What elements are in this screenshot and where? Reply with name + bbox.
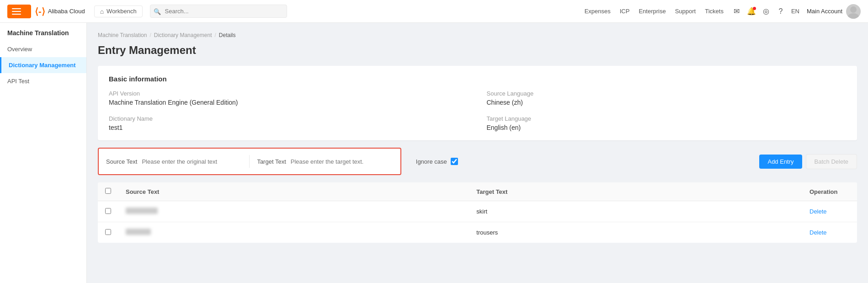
- entries-table-wrapper: Source Text Target Text Operation skirt: [98, 182, 857, 243]
- breadcrumb-dictionary-management[interactable]: Dictionary Management: [154, 32, 212, 38]
- source-lang-value: Chinese (zh): [487, 99, 847, 106]
- nav-enterprise[interactable]: Enterprise: [639, 8, 666, 15]
- mail-icon[interactable]: ✉: [733, 7, 741, 16]
- row-1-operation: Delete: [802, 222, 857, 243]
- row-0-delete-button[interactable]: Delete: [809, 208, 827, 215]
- search-icon: 🔍: [154, 8, 161, 15]
- col-checkbox: [98, 182, 118, 201]
- alibaba-logo-icon: ⟨-⟩: [35, 6, 45, 17]
- workbench-label: Workbench: [107, 8, 137, 15]
- target-lang-item: Target Language English (en): [487, 115, 847, 131]
- row-1-delete-button[interactable]: Delete: [809, 229, 827, 236]
- ignore-case-label: Ignore case: [416, 158, 447, 165]
- row-0-operation: Delete: [802, 201, 857, 222]
- nav-tickets[interactable]: Tickets: [705, 8, 724, 15]
- dict-name-value: test1: [109, 124, 469, 131]
- row-1-checkbox[interactable]: [105, 229, 111, 235]
- location-icon[interactable]: ◎: [762, 7, 770, 16]
- sidebar: Machine Translation Overview Dictionary …: [0, 23, 87, 283]
- row-1-source: [118, 222, 469, 243]
- sidebar-item-overview[interactable]: Overview: [0, 41, 86, 57]
- alibaba-logo-text: Alibaba Cloud: [48, 8, 85, 15]
- batch-delete-button[interactable]: Batch Delete: [806, 154, 857, 169]
- notification-badge: [753, 7, 756, 10]
- basic-info-title: Basic information: [109, 75, 846, 83]
- target-text-field: Target Text: [257, 156, 393, 167]
- layout: Machine Translation Overview Dictionary …: [0, 23, 868, 283]
- entry-form: Source Text Target Text: [98, 148, 401, 175]
- breadcrumb-sep-1: /: [149, 32, 151, 38]
- sidebar-section-title: Machine Translation: [0, 23, 86, 41]
- search-input[interactable]: [150, 5, 287, 18]
- source-text-label: Source Text: [106, 158, 137, 165]
- main-content: Machine Translation / Dictionary Managem…: [87, 23, 868, 283]
- row-1-checkbox-cell: [98, 222, 118, 243]
- source-text-input[interactable]: [142, 156, 242, 167]
- sidebar-item-api-test[interactable]: API Test: [0, 73, 86, 89]
- hamburger-icon: [12, 8, 21, 15]
- col-source-text-header: Source Text: [118, 182, 469, 201]
- top-nav: Expenses ICP Enterprise Support Tickets: [585, 8, 724, 15]
- table-header-row: Source Text Target Text Operation: [98, 182, 857, 201]
- select-all-checkbox[interactable]: [105, 188, 111, 194]
- target-lang-value: English (en): [487, 124, 847, 131]
- table-row: trousers Delete: [98, 222, 857, 243]
- entries-table: Source Text Target Text Operation skirt: [98, 182, 857, 243]
- col-target-text-header: Target Text: [469, 182, 802, 201]
- source-lang-item: Source Language Chinese (zh): [487, 90, 847, 106]
- bell-icon[interactable]: 🔔: [747, 7, 756, 16]
- add-entry-button[interactable]: Add Entry: [759, 155, 802, 169]
- ignore-case-section: Ignore case: [416, 158, 458, 165]
- source-lang-label: Source Language: [487, 90, 847, 97]
- breadcrumb: Machine Translation / Dictionary Managem…: [98, 32, 857, 38]
- nav-support[interactable]: Support: [675, 8, 696, 15]
- page-title: Entry Management: [98, 44, 857, 57]
- logo-area: ⟨-⟩ Alibaba Cloud: [7, 5, 85, 18]
- user-name: Main Account: [807, 8, 842, 15]
- svg-point-0: [850, 6, 857, 13]
- breadcrumb-sep-2: /: [214, 32, 216, 38]
- basic-info-card: Basic information API Version Machine Tr…: [98, 66, 857, 140]
- target-text-label: Target Text: [257, 158, 286, 165]
- workbench-button[interactable]: ⌂ Workbench: [94, 5, 143, 17]
- navbar: ⟨-⟩ Alibaba Cloud ⌂ Workbench 🔍 Expenses…: [0, 0, 868, 23]
- nav-icp[interactable]: ICP: [620, 8, 630, 15]
- hamburger-button[interactable]: [7, 5, 31, 18]
- ignore-case-checkbox[interactable]: [451, 158, 458, 165]
- api-version-value: Machine Translation Engine (General Edit…: [109, 99, 469, 106]
- row-1-source-blurred: [126, 229, 151, 235]
- dict-name-label: Dictionary Name: [109, 115, 469, 122]
- row-0-source-blurred: [126, 208, 158, 214]
- api-version-item: API Version Machine Translation Engine (…: [109, 90, 469, 106]
- info-grid: API Version Machine Translation Engine (…: [109, 90, 846, 131]
- target-text-input[interactable]: [291, 156, 393, 167]
- form-divider: [249, 155, 250, 168]
- row-0-checkbox-cell: [98, 201, 118, 222]
- svg-point-1: [848, 13, 859, 19]
- dict-name-item: Dictionary Name test1: [109, 115, 469, 131]
- breadcrumb-current: Details: [219, 32, 236, 38]
- help-icon[interactable]: ?: [777, 7, 785, 16]
- navbar-icons: ✉ 🔔 ◎ ? EN: [733, 7, 799, 16]
- sidebar-item-dictionary[interactable]: Dictionary Management: [0, 57, 86, 73]
- workbench-icon: ⌂: [100, 8, 104, 15]
- search-bar: 🔍: [150, 5, 287, 18]
- table-row: skirt Delete: [98, 201, 857, 222]
- row-0-source: [118, 201, 469, 222]
- target-lang-label: Target Language: [487, 115, 847, 122]
- breadcrumb-machine-translation[interactable]: Machine Translation: [98, 32, 147, 38]
- alibaba-logo[interactable]: ⟨-⟩ Alibaba Cloud: [35, 6, 85, 17]
- row-1-target: trousers: [469, 222, 802, 243]
- action-buttons: Add Entry Batch Delete: [759, 154, 857, 169]
- source-text-field: Source Text: [106, 156, 242, 167]
- language-selector[interactable]: EN: [791, 8, 799, 15]
- user-account[interactable]: Main Account: [807, 4, 861, 19]
- user-avatar: [846, 4, 861, 19]
- row-0-target: skirt: [469, 201, 802, 222]
- row-0-checkbox[interactable]: [105, 208, 111, 214]
- api-version-label: API Version: [109, 90, 469, 97]
- nav-expenses[interactable]: Expenses: [585, 8, 611, 15]
- col-operation-header: Operation: [802, 182, 857, 201]
